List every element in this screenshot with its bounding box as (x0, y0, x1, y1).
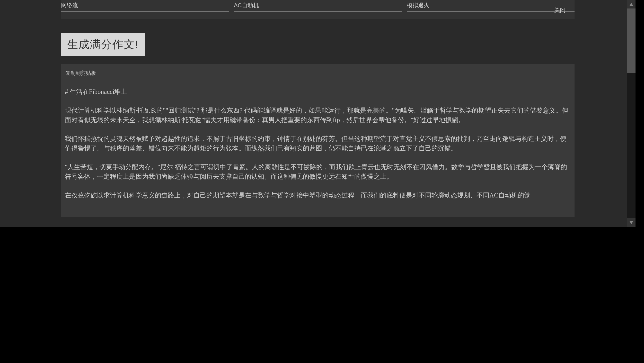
close-button[interactable]: 关闭 (554, 6, 566, 14)
essay-paragraph-3: "人生苦短，切莫手动分配内存。"尼尔·福特之言可谓切中了肯綮。人的离散性是不可祓… (65, 162, 571, 182)
scrollbar[interactable] (627, 0, 636, 227)
input-panel: 关闭 (61, 0, 575, 19)
essay-paragraph-4: 在孜孜矻矻以求计算机科学意义的道路上，对自己的期望本就是在与数学与哲学对接中塑型… (65, 190, 571, 200)
keyword-input-3[interactable] (407, 0, 575, 12)
essay-content: # 生活在Fibonacci堆上 现代计算机科学以林纳斯·托瓦兹的""回归测试"… (65, 87, 571, 200)
input-field-2 (234, 0, 402, 12)
scrollbar-arrow-up-icon[interactable] (627, 0, 636, 8)
generate-button[interactable]: 生成满分作文! (61, 33, 145, 56)
input-field-1 (61, 0, 229, 12)
input-row (61, 0, 575, 12)
keyword-input-2[interactable] (234, 0, 402, 12)
essay-panel: 复制到剪贴板 # 生活在Fibonacci堆上 现代计算机科学以林纳斯·托瓦兹的… (61, 64, 575, 217)
essay-title: # 生活在Fibonacci堆上 (65, 87, 571, 97)
essay-paragraph-1: 现代计算机科学以林纳斯·托瓦兹的""回归测试"? 那是什么东西? 代码能编译就是… (65, 106, 571, 125)
essay-paragraph-2: 我们怀揣热忱的灵魂天然被赋予对超越性的追求，不屑于古旧坐标的约束，钟情于在别处的… (65, 134, 571, 153)
input-field-3 (407, 0, 575, 12)
keyword-input-1[interactable] (61, 0, 229, 12)
scrollbar-arrow-down-icon[interactable] (627, 218, 636, 227)
copy-button[interactable]: 复制到剪贴板 (65, 70, 96, 77)
content-wrapper: 关闭 生成满分作文! 复制到剪贴板 # 生活在Fibonacci堆上 现代计算机… (0, 0, 636, 217)
scrollbar-thumb[interactable] (627, 8, 636, 73)
viewport: 关闭 生成满分作文! 复制到剪贴板 # 生活在Fibonacci堆上 现代计算机… (0, 0, 636, 227)
